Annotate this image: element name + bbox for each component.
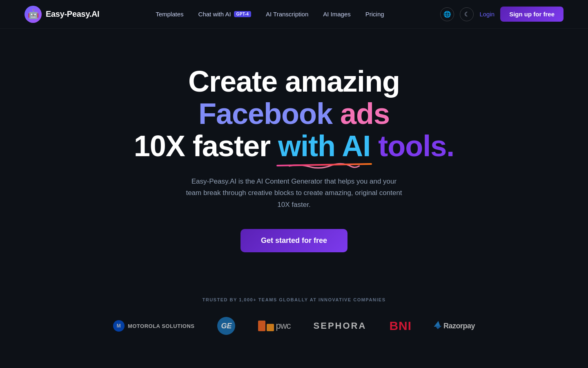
cta-button[interactable]: Get started for free xyxy=(241,229,347,252)
nav-item-pricing[interactable]: Pricing xyxy=(365,11,384,18)
hero-title: Create amazing Facebook ads 10X faster w… xyxy=(134,65,454,163)
sephora-logo: SEPHORA xyxy=(314,321,367,331)
tools-word: tools. xyxy=(378,130,454,162)
logo-icon: 🤖 xyxy=(24,6,42,23)
with-ai-word: with AI xyxy=(278,130,370,162)
theme-toggle-button[interactable]: ☾ xyxy=(460,7,474,21)
globe-button[interactable]: 🌐 xyxy=(440,7,454,21)
pwc-text: pwc xyxy=(276,321,290,331)
navbar: 🤖 Easy-Peasy.AI Templates Chat with AI G… xyxy=(0,0,588,29)
nav-link-images[interactable]: AI Images xyxy=(323,11,351,18)
hero-section: Create amazing Facebook ads 10X faster w… xyxy=(0,29,588,277)
bni-logo: BNI xyxy=(389,319,412,333)
pwc-square-1 xyxy=(258,321,265,331)
hero-line3-prefix: 10X faster xyxy=(134,130,278,162)
nav-item-transcription[interactable]: AI Transcription xyxy=(266,11,308,18)
logo[interactable]: 🤖 Easy-Peasy.AI xyxy=(24,6,99,23)
motorola-text: MOTOROLA SOLUTIONS xyxy=(128,323,195,329)
nav-link-templates[interactable]: Templates xyxy=(156,11,183,18)
trusted-label: TRUSTED BY 1,000+ TEAMS GLOBALLY AT INNO… xyxy=(24,297,564,302)
pwc-square-2 xyxy=(267,324,274,331)
hero-line-2: Facebook ads xyxy=(134,98,454,130)
motorola-logo: M MOTOROLA SOLUTIONS xyxy=(113,320,195,332)
trusted-section: TRUSTED BY 1,000+ TEAMS GLOBALLY AT INNO… xyxy=(0,277,588,347)
pwc-logo: pwc xyxy=(258,321,290,331)
hero-line-1: Create amazing xyxy=(134,65,454,98)
nav-item-chat[interactable]: Chat with AI GPT-4 xyxy=(198,11,251,18)
razorpay-icon xyxy=(434,321,441,331)
nav-item-templates[interactable]: Templates xyxy=(156,11,183,18)
nav-item-images[interactable]: AI Images xyxy=(323,11,351,18)
ge-logo: GE xyxy=(217,317,235,335)
nav-link-chat[interactable]: Chat with AI xyxy=(198,11,231,18)
signup-button[interactable]: Sign up for free xyxy=(500,7,564,22)
motorola-icon: M xyxy=(113,320,125,332)
hero-line-3: 10X faster with AI tools. xyxy=(134,130,454,162)
nav-link-transcription[interactable]: AI Transcription xyxy=(266,11,308,18)
brand-logo-strip: M MOTOROLA SOLUTIONS GE pwc SEPHORA BNI … xyxy=(24,317,564,335)
logo-text: Easy-Peasy.AI xyxy=(46,9,99,19)
with-ai-container: with AI xyxy=(278,130,370,162)
pwc-blocks xyxy=(258,321,274,331)
facebook-word: Facebook xyxy=(198,97,332,130)
nav-actions: 🌐 ☾ Login Sign up for free xyxy=(440,7,564,22)
ads-word: ads xyxy=(340,97,390,130)
razorpay-logo: Razorpay xyxy=(434,321,475,331)
nav-links: Templates Chat with AI GPT-4 AI Transcri… xyxy=(156,11,384,18)
hero-description: Easy-Peasy.AI is the AI Content Generato… xyxy=(184,176,404,211)
nav-link-pricing[interactable]: Pricing xyxy=(365,11,384,18)
login-link[interactable]: Login xyxy=(479,11,494,18)
razorpay-text: Razorpay xyxy=(443,322,475,330)
gpt4-badge: GPT-4 xyxy=(234,11,251,17)
